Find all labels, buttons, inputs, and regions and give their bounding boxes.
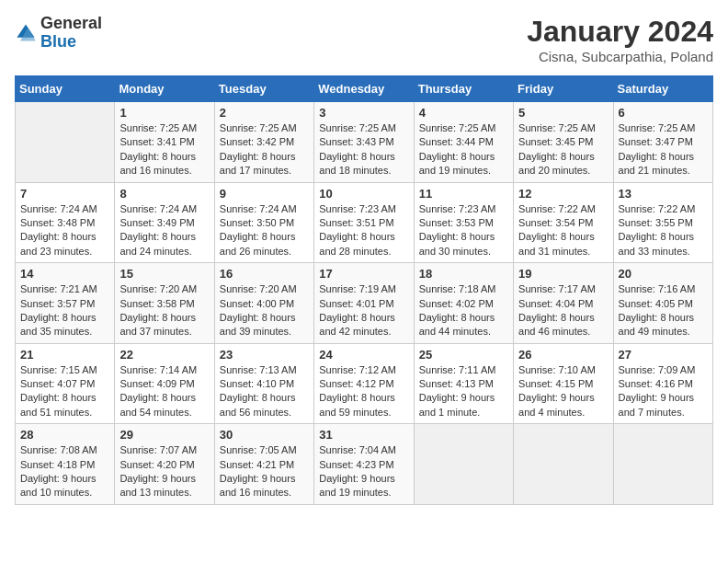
calendar-cell: 31Sunrise: 7:04 AMSunset: 4:23 PMDayligh… (314, 424, 414, 505)
day-info: Sunrise: 7:25 AMSunset: 3:44 PMDaylight:… (419, 121, 508, 178)
calendar-cell: 19Sunrise: 7:17 AMSunset: 4:04 PMDayligh… (514, 263, 613, 344)
day-number: 23 (220, 348, 309, 362)
calendar-cell: 21Sunrise: 7:15 AMSunset: 4:07 PMDayligh… (16, 343, 115, 424)
day-number: 6 (619, 106, 708, 120)
calendar-cell (414, 424, 513, 505)
calendar-cell: 20Sunrise: 7:16 AMSunset: 4:05 PMDayligh… (613, 263, 712, 344)
day-number: 27 (619, 348, 708, 362)
weekday-header-thursday: Thursday (414, 76, 513, 102)
day-number: 30 (220, 428, 309, 442)
weekday-header-friday: Friday (514, 76, 613, 102)
day-info: Sunrise: 7:25 AMSunset: 3:45 PMDaylight:… (518, 121, 608, 178)
day-number: 17 (319, 267, 408, 281)
day-number: 24 (319, 348, 408, 362)
calendar-cell (16, 102, 115, 183)
calendar-cell: 3Sunrise: 7:25 AMSunset: 3:43 PMDaylight… (314, 102, 414, 183)
calendar-cell: 15Sunrise: 7:20 AMSunset: 3:58 PMDayligh… (115, 263, 214, 344)
day-number: 2 (220, 106, 309, 120)
title-block: January 2024 Cisna, Subcarpathia, Poland (527, 15, 713, 64)
day-info: Sunrise: 7:25 AMSunset: 3:43 PMDaylight:… (319, 121, 408, 178)
calendar-cell: 2Sunrise: 7:25 AMSunset: 3:42 PMDaylight… (214, 102, 313, 183)
day-info: Sunrise: 7:16 AMSunset: 4:05 PMDaylight:… (619, 282, 708, 339)
logo-text: General Blue (40, 15, 102, 52)
day-info: Sunrise: 7:15 AMSunset: 4:07 PMDaylight:… (20, 363, 109, 420)
page-header: General Blue January 2024 Cisna, Subcarp… (15, 15, 713, 64)
day-number: 21 (20, 348, 109, 362)
weekday-header-monday: Monday (115, 76, 214, 102)
weekday-header-sunday: Sunday (16, 76, 115, 102)
logo: General Blue (15, 15, 102, 52)
day-number: 7 (20, 187, 109, 201)
day-info: Sunrise: 7:20 AMSunset: 4:00 PMDaylight:… (220, 282, 309, 339)
calendar-cell (613, 424, 712, 505)
day-number: 10 (319, 187, 408, 201)
calendar-cell: 14Sunrise: 7:21 AMSunset: 3:57 PMDayligh… (16, 263, 115, 344)
day-info: Sunrise: 7:22 AMSunset: 3:55 PMDaylight:… (619, 202, 708, 259)
calendar-cell: 13Sunrise: 7:22 AMSunset: 3:55 PMDayligh… (613, 182, 712, 263)
day-info: Sunrise: 7:23 AMSunset: 3:51 PMDaylight:… (319, 202, 408, 259)
calendar-cell: 12Sunrise: 7:22 AMSunset: 3:54 PMDayligh… (514, 182, 613, 263)
day-number: 8 (119, 187, 209, 201)
day-info: Sunrise: 7:24 AMSunset: 3:50 PMDaylight:… (220, 202, 309, 259)
day-number: 16 (220, 267, 309, 281)
calendar-cell: 4Sunrise: 7:25 AMSunset: 3:44 PMDaylight… (414, 102, 513, 183)
day-info: Sunrise: 7:13 AMSunset: 4:10 PMDaylight:… (220, 363, 309, 420)
calendar-cell: 29Sunrise: 7:07 AMSunset: 4:20 PMDayligh… (115, 424, 214, 505)
calendar-cell (514, 424, 613, 505)
day-info: Sunrise: 7:05 AMSunset: 4:21 PMDaylight:… (220, 443, 309, 500)
day-info: Sunrise: 7:07 AMSunset: 4:20 PMDaylight:… (119, 443, 209, 500)
calendar-cell: 26Sunrise: 7:10 AMSunset: 4:15 PMDayligh… (514, 343, 613, 424)
day-number: 14 (20, 267, 109, 281)
calendar-cell: 6Sunrise: 7:25 AMSunset: 3:47 PMDaylight… (613, 102, 712, 183)
day-number: 9 (220, 187, 309, 201)
calendar-cell: 25Sunrise: 7:11 AMSunset: 4:13 PMDayligh… (414, 343, 513, 424)
weekday-header-tuesday: Tuesday (214, 76, 313, 102)
calendar-cell: 22Sunrise: 7:14 AMSunset: 4:09 PMDayligh… (115, 343, 214, 424)
calendar-cell: 23Sunrise: 7:13 AMSunset: 4:10 PMDayligh… (214, 343, 313, 424)
day-info: Sunrise: 7:19 AMSunset: 4:01 PMDaylight:… (319, 282, 408, 339)
day-info: Sunrise: 7:12 AMSunset: 4:12 PMDaylight:… (319, 363, 408, 420)
day-info: Sunrise: 7:10 AMSunset: 4:15 PMDaylight:… (518, 363, 608, 420)
day-number: 4 (419, 106, 508, 120)
day-info: Sunrise: 7:08 AMSunset: 4:18 PMDaylight:… (20, 443, 109, 500)
day-number: 1 (119, 106, 209, 120)
day-info: Sunrise: 7:24 AMSunset: 3:49 PMDaylight:… (119, 202, 209, 259)
calendar-cell: 30Sunrise: 7:05 AMSunset: 4:21 PMDayligh… (214, 424, 313, 505)
day-number: 18 (419, 267, 508, 281)
day-info: Sunrise: 7:25 AMSunset: 3:47 PMDaylight:… (619, 121, 708, 178)
day-number: 15 (119, 267, 209, 281)
day-number: 28 (20, 428, 109, 442)
calendar-cell: 24Sunrise: 7:12 AMSunset: 4:12 PMDayligh… (314, 343, 414, 424)
day-info: Sunrise: 7:25 AMSunset: 3:42 PMDaylight:… (220, 121, 309, 178)
day-info: Sunrise: 7:20 AMSunset: 3:58 PMDaylight:… (119, 282, 209, 339)
calendar-title: January 2024 (527, 15, 713, 49)
day-number: 31 (319, 428, 408, 442)
day-info: Sunrise: 7:24 AMSunset: 3:48 PMDaylight:… (20, 202, 109, 259)
day-info: Sunrise: 7:11 AMSunset: 4:13 PMDaylight:… (419, 363, 508, 420)
day-info: Sunrise: 7:04 AMSunset: 4:23 PMDaylight:… (319, 443, 408, 500)
calendar-cell: 5Sunrise: 7:25 AMSunset: 3:45 PMDaylight… (514, 102, 613, 183)
weekday-header-wednesday: Wednesday (314, 76, 414, 102)
day-info: Sunrise: 7:21 AMSunset: 3:57 PMDaylight:… (20, 282, 109, 339)
calendar-cell: 27Sunrise: 7:09 AMSunset: 4:16 PMDayligh… (613, 343, 712, 424)
calendar-cell: 18Sunrise: 7:18 AMSunset: 4:02 PMDayligh… (414, 263, 513, 344)
day-info: Sunrise: 7:17 AMSunset: 4:04 PMDaylight:… (518, 282, 608, 339)
calendar-cell: 11Sunrise: 7:23 AMSunset: 3:53 PMDayligh… (414, 182, 513, 263)
day-number: 26 (518, 348, 608, 362)
calendar-cell: 10Sunrise: 7:23 AMSunset: 3:51 PMDayligh… (314, 182, 414, 263)
day-number: 22 (119, 348, 209, 362)
day-number: 3 (319, 106, 408, 120)
calendar-cell: 16Sunrise: 7:20 AMSunset: 4:00 PMDayligh… (214, 263, 313, 344)
day-number: 12 (518, 187, 608, 201)
day-number: 5 (518, 106, 608, 120)
day-number: 13 (619, 187, 708, 201)
calendar-subtitle: Cisna, Subcarpathia, Poland (527, 49, 713, 64)
day-info: Sunrise: 7:22 AMSunset: 3:54 PMDaylight:… (518, 202, 608, 259)
calendar-cell: 9Sunrise: 7:24 AMSunset: 3:50 PMDaylight… (214, 182, 313, 263)
day-info: Sunrise: 7:18 AMSunset: 4:02 PMDaylight:… (419, 282, 508, 339)
calendar-cell: 7Sunrise: 7:24 AMSunset: 3:48 PMDaylight… (16, 182, 115, 263)
day-number: 29 (119, 428, 209, 442)
day-number: 11 (419, 187, 508, 201)
day-number: 25 (419, 348, 508, 362)
calendar-cell: 28Sunrise: 7:08 AMSunset: 4:18 PMDayligh… (16, 424, 115, 505)
